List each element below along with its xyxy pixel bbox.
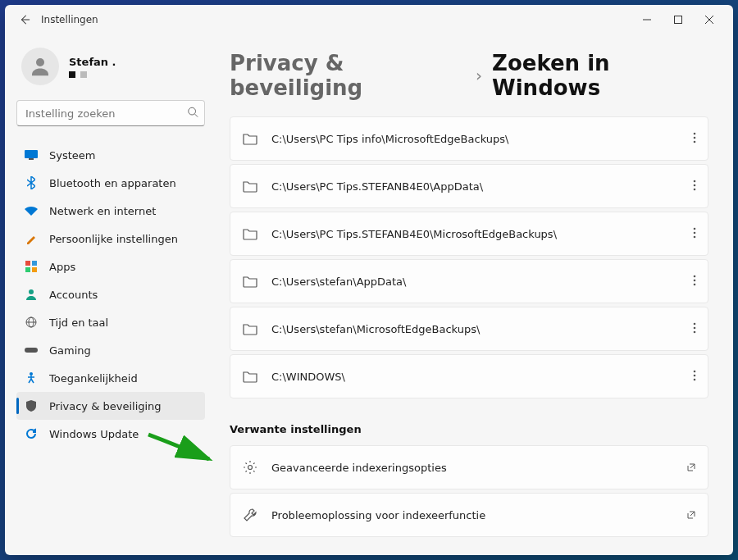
main-content: Privacy & beveiliging › Zoeken in Window… xyxy=(216,34,733,555)
svg-point-23 xyxy=(694,184,696,186)
sidebar-item-apps[interactable]: Apps xyxy=(16,253,205,280)
related-label: Geavanceerde indexeringsopties xyxy=(271,462,673,474)
svg-point-34 xyxy=(694,370,696,372)
svg-point-18 xyxy=(30,372,33,376)
related-label: Probleemoplossing voor indexeerfunctie xyxy=(271,509,673,521)
more-options-button[interactable] xyxy=(693,131,696,147)
svg-rect-10 xyxy=(32,261,37,266)
folder-row[interactable]: C:\WINDOWS\ xyxy=(230,354,708,398)
profile-status xyxy=(69,71,116,78)
svg-rect-17 xyxy=(25,348,38,353)
nav-label: Systeem xyxy=(49,149,95,162)
breadcrumb: Privacy & beveiliging › Zoeken in Window… xyxy=(230,51,708,100)
svg-point-29 xyxy=(694,279,696,281)
nav-icon xyxy=(25,344,38,357)
profile-section[interactable]: Stefan . xyxy=(16,34,205,100)
window-controls xyxy=(631,8,725,31)
svg-point-5 xyxy=(189,107,196,115)
folder-icon xyxy=(242,225,258,242)
search-icon xyxy=(187,106,198,121)
gear-icon xyxy=(242,459,258,476)
chevron-right-icon: › xyxy=(476,66,482,85)
svg-point-36 xyxy=(694,378,696,380)
page-title: Zoeken in Windows xyxy=(492,51,708,100)
nav-label: Accounts xyxy=(49,289,98,301)
more-options-button[interactable] xyxy=(693,274,696,289)
more-options-button[interactable] xyxy=(693,226,696,242)
more-options-button[interactable] xyxy=(693,321,696,337)
sidebar-item-toegankelijkheid[interactable]: Toegankelijkheid xyxy=(16,364,205,392)
svg-point-4 xyxy=(36,58,44,66)
folder-path: C:\Users\PC Tips.STEFANB4E0\MicrosoftEdg… xyxy=(271,228,680,240)
more-options-button[interactable] xyxy=(693,179,696,194)
folder-row[interactable]: C:\Users\PC Tips info\MicrosoftEdgeBacku… xyxy=(230,116,708,161)
search-box[interactable] xyxy=(16,100,205,126)
breadcrumb-parent[interactable]: Privacy & beveiliging xyxy=(230,51,466,100)
folder-path: C:\WINDOWS\ xyxy=(271,371,680,383)
folder-row[interactable]: C:\Users\PC Tips.STEFANB4E0\AppData\ xyxy=(230,164,708,208)
svg-point-37 xyxy=(248,466,253,470)
nav-icon xyxy=(25,176,38,189)
svg-rect-8 xyxy=(29,158,34,160)
svg-point-21 xyxy=(694,140,696,143)
sidebar-item-tijd-en-taal[interactable]: Tijd en taal xyxy=(16,308,205,336)
excluded-folders-list: C:\Users\PC Tips info\MicrosoftEdgeBacku… xyxy=(230,116,708,398)
svg-point-19 xyxy=(694,132,696,134)
nav-label: Tijd en taal xyxy=(49,316,108,329)
nav-icon xyxy=(25,148,38,162)
minimize-button[interactable] xyxy=(631,8,663,31)
related-setting-row[interactable]: Probleemoplossing voor indexeerfunctie xyxy=(230,493,708,537)
related-settings-header: Verwante instellingen xyxy=(230,423,708,435)
svg-point-25 xyxy=(694,227,696,230)
folder-icon xyxy=(242,321,258,337)
folder-icon xyxy=(242,273,258,289)
close-button[interactable] xyxy=(694,8,725,31)
titlebar: Instellingen xyxy=(5,5,733,34)
back-button[interactable] xyxy=(13,8,36,31)
maximize-button[interactable] xyxy=(663,8,694,31)
svg-point-35 xyxy=(694,374,696,376)
sidebar-item-accounts[interactable]: Accounts xyxy=(16,280,205,308)
sidebar: Stefan . SysteemBluetooth en apparatenNe… xyxy=(5,34,216,555)
profile-name: Stefan . xyxy=(69,56,116,68)
sidebar-item-systeem[interactable]: Systeem xyxy=(16,141,205,169)
settings-window: Instellingen Stefan . SysteemBluetoot xyxy=(5,5,733,555)
svg-point-24 xyxy=(694,188,696,190)
svg-rect-7 xyxy=(25,150,38,158)
folder-icon xyxy=(242,368,258,385)
svg-rect-1 xyxy=(675,16,682,24)
folder-row[interactable]: C:\Users\stefan\AppData\ xyxy=(230,259,708,303)
svg-point-20 xyxy=(694,136,696,139)
open-external-icon xyxy=(686,508,696,523)
nav-icon xyxy=(25,427,38,440)
related-setting-row[interactable]: Geavanceerde indexeringsopties xyxy=(230,445,708,489)
related-settings-list: Geavanceerde indexeringsoptiesProbleemop… xyxy=(230,445,708,537)
folder-row[interactable]: C:\Users\PC Tips.STEFANB4E0\MicrosoftEdg… xyxy=(230,212,708,256)
nav-label: Gaming xyxy=(49,344,91,357)
nav-label: Persoonlijke instellingen xyxy=(49,233,178,245)
sidebar-item-gaming[interactable]: Gaming xyxy=(16,336,205,364)
nav-icon xyxy=(25,371,38,385)
sidebar-item-netwerk-en-internet[interactable]: Netwerk en internet xyxy=(16,197,205,225)
nav-icon xyxy=(25,204,38,217)
nav-label: Toegankelijkheid xyxy=(49,372,138,385)
avatar xyxy=(21,48,59,85)
folder-path: C:\Users\PC Tips info\MicrosoftEdgeBacku… xyxy=(271,133,680,145)
folder-path: C:\Users\PC Tips.STEFANB4E0\AppData\ xyxy=(271,180,680,193)
nav-label: Netwerk en internet xyxy=(49,205,156,217)
sidebar-item-windows-update[interactable]: Windows Update xyxy=(16,420,205,448)
nav-label: Apps xyxy=(49,261,75,273)
sidebar-item-privacy-beveiliging[interactable]: Privacy & beveiliging xyxy=(16,392,205,420)
open-external-icon xyxy=(686,460,696,476)
folder-row[interactable]: C:\Users\stefan\MicrosoftEdgeBackups\ xyxy=(230,307,708,351)
more-options-button[interactable] xyxy=(693,369,696,385)
sidebar-item-bluetooth-en-apparaten[interactable]: Bluetooth en apparaten xyxy=(16,169,205,197)
nav-icon xyxy=(25,399,38,412)
svg-point-13 xyxy=(29,289,34,294)
svg-point-32 xyxy=(694,326,696,329)
search-input[interactable] xyxy=(16,100,205,126)
sidebar-item-persoonlijke-instellingen[interactable]: Persoonlijke instellingen xyxy=(16,225,205,253)
nav-icon xyxy=(25,232,38,245)
window-title: Instellingen xyxy=(41,14,98,25)
svg-point-30 xyxy=(694,283,696,285)
